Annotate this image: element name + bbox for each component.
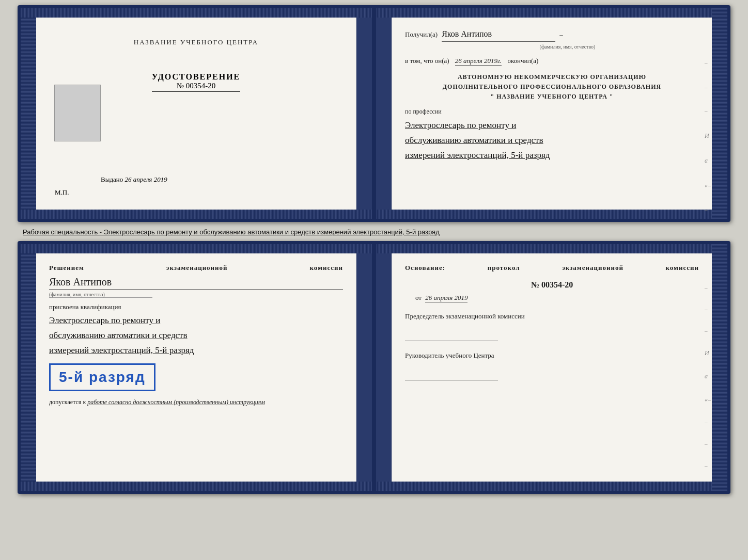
basis-title: Основание: протокол экзаменационной коми… (405, 264, 699, 272)
allowed-text: допускается к работе согласно должностны… (49, 398, 343, 406)
person-name-bottom: Яков Антипов (49, 276, 343, 290)
cert-word: УДОСТОВЕРЕНИЕ (152, 72, 241, 82)
center-spine (372, 8, 376, 219)
qualification-1: Электрослесарь по ремонту и (49, 313, 343, 328)
commission-decision: Решением экзаменационной комиссии (49, 264, 343, 272)
qualification-2: обслуживанию автоматики и средств (49, 328, 343, 343)
chairman-title: Председатель экзаменационной комиссии (405, 312, 699, 321)
mp-label: М.П. (55, 188, 69, 197)
bottom-right-page: Основание: протокол экзаменационной коми… (392, 253, 712, 482)
top-book: НАЗВАНИЕ УЧЕБНОГО ЦЕНТРА УДОСТОВЕРЕНИЕ №… (18, 5, 730, 222)
director-block: Руководитель учебного Центра (405, 351, 699, 380)
received-label: Получил(а) (405, 29, 438, 40)
fio-label-bottom: (фамилия, имя, отчество) (49, 292, 152, 298)
in-that-line: в том, что он(а) 26 апреля 2019г. окончи… (405, 56, 699, 66)
fio-label-top: (фамилия, имя, отчество) (436, 43, 699, 51)
bottom-book: Решением экзаменационной комиссии Яков А… (18, 241, 730, 494)
right-edge-marks: – – – И а «– – (705, 59, 711, 214)
protocol-number: № 00354-20 (405, 280, 699, 290)
qualification-3: измерений электростанций, 5-й разряд (49, 343, 343, 358)
chairman-signature-line (405, 331, 498, 341)
assigned-label: присвоена квалификация (49, 303, 343, 311)
director-title: Руководитель учебного Центра (405, 351, 699, 360)
chairman-block: Председатель экзаменационной комиссии (405, 312, 699, 341)
bottom-center-spine (372, 244, 376, 491)
photo-placeholder (54, 85, 101, 141)
cert-title-block: УДОСТОВЕРЕНИЕ № 00354-20 (152, 72, 241, 92)
top-right-page: Получил(а) Яков Антипов – (фамилия, имя,… (392, 18, 712, 210)
right-edge-marks-bottom: – – – И а «– – – – (705, 284, 711, 469)
between-label: Рабочая специальность - Электрослесарь п… (18, 226, 730, 237)
bottom-left-page: Решением экзаменационной комиссии Яков А… (36, 253, 356, 482)
top-left-page: НАЗВАНИЕ УЧЕБНОГО ЦЕНТРА УДОСТОВЕРЕНИЕ №… (36, 18, 356, 210)
cert-number: № 00354-20 (152, 82, 241, 92)
profession-label: по профессии (405, 107, 699, 116)
profession-handwritten-1: Электрослесарь по ремонту и (405, 118, 699, 133)
grade-stamp: 5-й разряд (49, 363, 155, 391)
director-signature-line (405, 370, 498, 380)
profession-handwritten-2: обслуживанию автоматики и средств (405, 133, 699, 148)
issued-line: Выдано 26 апреля 2019 (101, 175, 167, 184)
org-block: АВТОНОМНУЮ НЕКОММЕРЧЕСКУЮ ОРГАНИЗАЦИЮ ДО… (405, 72, 699, 102)
profession-handwritten-3: измерений электростанций, 5-й разряд (405, 148, 699, 163)
protocol-date: от 26 апреля 2019 (415, 294, 699, 302)
received-name: Яков Антипов (442, 28, 555, 42)
training-center-title: НАЗВАНИЕ УЧЕБНОГО ЦЕНТРА (134, 38, 258, 46)
